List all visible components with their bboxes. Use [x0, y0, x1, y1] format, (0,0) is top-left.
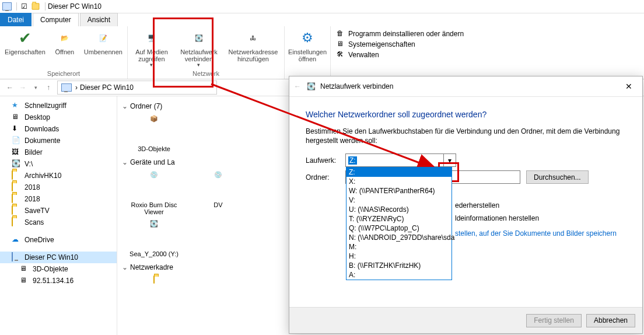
rename-button[interactable]: 📝 Umbenennen — [82, 27, 125, 69]
sidebar-item[interactable]: ArchivHK10 — [0, 170, 117, 182]
item-icon: 🖼 — [12, 148, 21, 157]
drive-option[interactable]: X: — [346, 177, 452, 186]
chevron-down-icon: ⌄ — [122, 102, 128, 110]
sidebar-item-label: V:\ — [24, 160, 33, 168]
server-icon: 🖥️ — [142, 29, 161, 47]
sidebar-item[interactable]: 📄Dokumente — [0, 135, 117, 146]
sysprops-icon: 🖥 — [337, 40, 346, 49]
qat-props-icon[interactable] — [31, 2, 40, 11]
gear-icon: ⚙ — [298, 29, 317, 47]
sidebar-item[interactable]: Scans — [0, 217, 117, 228]
drive-option[interactable]: B: (\\FRITZHK\FritzHK) — [346, 261, 452, 270]
dialog-description: Bestimmen Sie den Laufwerkbuchstaben für… — [306, 127, 626, 145]
sidebar-item[interactable]: SaveTV — [0, 205, 117, 217]
item-icon: 🖥 — [12, 113, 21, 122]
open-button[interactable]: 📂 Öffnen — [48, 27, 82, 69]
network-location-icon: 🖧 — [244, 29, 262, 47]
item-icon: 🖥 — [20, 264, 29, 274]
sidebar-item[interactable]: 🖼Bilder — [0, 146, 117, 158]
map-network-drive-button[interactable]: 💽 Netzlaufwerk verbinden▾ — [173, 27, 225, 69]
tab-computer[interactable]: Computer — [33, 13, 79, 26]
open-settings-button[interactable]: ⚙ Einstellungen öffnen — [286, 27, 329, 69]
group-network-label: Netzwerk — [192, 69, 219, 78]
qat-check-icon[interactable]: ☑ — [19, 2, 29, 11]
tile-dv[interactable]: 💿DV — [192, 171, 244, 215]
close-button[interactable]: ✕ — [620, 82, 638, 91]
cancel-button[interactable]: Abbrechen — [586, 314, 635, 327]
sidebar-onedrive[interactable]: ☁OneDrive — [0, 234, 117, 246]
drive-option[interactable]: W: (\\PANTER\PantherR64) — [346, 186, 452, 196]
chevron-down-icon: ⌄ — [122, 263, 128, 271]
folder-icon — [140, 276, 168, 304]
folder-label: Ordner: — [306, 173, 345, 182]
sidebar-item[interactable]: 🖥92.51.134.16 — [0, 275, 117, 287]
drive-option[interactable]: Q: (\\W7PC\Laptop_C) — [346, 224, 452, 233]
sidebar-item[interactable]: 🖥3D-Objekte — [0, 263, 117, 275]
reconnect-label-partial: ederherstellen — [455, 201, 626, 210]
ribbon-tabs: Datei Computer Ansicht — [0, 13, 644, 26]
item-icon: ⬇ — [12, 124, 21, 134]
finish-button[interactable]: Fertig stellen — [526, 314, 582, 327]
storage-link[interactable]: stellen, auf der Sie Dokumente und Bilde… — [455, 229, 626, 238]
star-icon: ★ — [12, 101, 21, 110]
sidebar-item-label: Downloads — [24, 125, 59, 133]
back-button[interactable]: ← — [4, 81, 16, 94]
network-drive-icon: 💽 — [307, 82, 316, 90]
network-drive-icon: 💽 — [190, 29, 208, 47]
manage-icon: 🛠 — [337, 50, 346, 60]
item-icon — [12, 218, 21, 227]
sidebar-item[interactable]: 2018 — [0, 193, 117, 205]
chevron-down-icon: ⌄ — [122, 158, 128, 166]
forward-button[interactable]: → — [16, 81, 29, 94]
sidebar-this-pc[interactable]: Dieser PC Win10 — [0, 252, 117, 263]
drive-option[interactable]: H: — [346, 252, 452, 261]
sidebar-item-label: SaveTV — [24, 207, 50, 215]
sidebar-item[interactable]: 2018 — [0, 182, 117, 193]
drive-option[interactable]: M: — [346, 242, 452, 252]
sidebar-item-label: Dokumente — [24, 137, 60, 145]
drive-select[interactable]: Z: ▾ Z:X:W: (\\PANTER\PantherR64)V:U: (\… — [345, 153, 456, 167]
uninstall-program-button[interactable]: 🗑Programm deinstallieren oder ändern — [333, 29, 467, 39]
drive-option[interactable]: A: — [346, 270, 452, 280]
tab-file[interactable]: Datei — [0, 13, 32, 26]
access-media-button[interactable]: 🖥️ Auf Medien zugreifen▾ — [130, 27, 173, 69]
system-properties-button[interactable]: 🖥Systemeigenschaften — [333, 39, 419, 50]
sidebar-item-label: Bilder — [24, 148, 43, 156]
tile-roxio[interactable]: 💿Roxio Burn Disc Viewer — [128, 171, 180, 215]
recent-dropdown[interactable]: ▾ — [29, 81, 42, 94]
dialog-titlebar: ← 💽 Netzlaufwerk verbinden ✕ — [289, 76, 642, 97]
sidebar-item[interactable]: 🖥Desktop — [0, 111, 117, 123]
tile-sea-y[interactable]: 💽Sea_Y_2000 (Y:) — [128, 220, 180, 257]
drive-option[interactable]: U: (\\NAS\Records) — [346, 205, 452, 214]
manage-button[interactable]: 🛠Verwalten — [333, 50, 383, 60]
tab-view[interactable]: Ansicht — [80, 13, 118, 26]
window-title: Dieser PC Win10 — [48, 2, 102, 11]
breadcrumb[interactable]: › Dieser PC Win10 — [57, 81, 217, 95]
drive-select-value: Z: — [348, 156, 357, 165]
drive-dropdown-list: Z:X:W: (\\PANTER\PantherR64)V:U: (\\NAS\… — [346, 167, 452, 280]
sidebar-item[interactable]: 💽V:\ — [0, 158, 117, 170]
sep — [16, 2, 17, 11]
dialog-title: Netzlaufwerk verbinden — [320, 82, 393, 90]
pc-icon — [61, 83, 72, 92]
drive-option[interactable]: V: — [346, 196, 452, 205]
drive-option[interactable]: N: (\\ANDROID_297DD\share\sda — [346, 233, 452, 242]
back-icon[interactable]: ← — [294, 82, 301, 90]
sidebar-item-label: 92.51.134.16 — [33, 277, 74, 285]
tile-3d-objects[interactable]: 📦3D-Objekte — [128, 115, 180, 152]
sidebar-item[interactable]: ⬇Downloads — [0, 123, 117, 135]
sidebar-quick-access[interactable]: ★Schnellzugriff — [0, 100, 117, 111]
drive-option[interactable]: T: (\\RYZEN\RyC) — [346, 214, 452, 224]
drive-label: Laufwerk: — [306, 156, 345, 165]
group-storage-label: Speicherort — [47, 69, 80, 78]
chevron-down-icon[interactable]: ▾ — [443, 154, 456, 166]
add-network-location-button[interactable]: 🖧 Netzwerkadresse hinzufügen — [225, 27, 282, 69]
sep — [45, 2, 46, 11]
properties-button[interactable]: ✔ Eigenschaften — [2, 27, 48, 69]
item-icon: 🖥 — [20, 276, 29, 285]
up-button[interactable]: ↑ — [42, 81, 55, 94]
browse-button[interactable]: Durchsuchen... — [526, 170, 589, 184]
sidebar-item-label: 3D-Objekte — [33, 265, 68, 273]
tile-netloc[interactable] — [128, 276, 180, 306]
drive-option[interactable]: Z: — [346, 168, 452, 177]
